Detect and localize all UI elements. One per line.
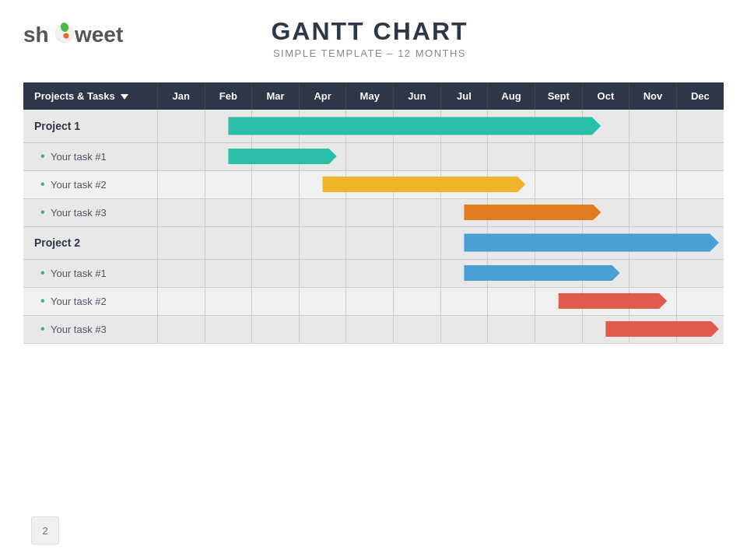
cell-row0-month11 [676,110,724,142]
cell-row1-month7 [488,142,535,170]
cell-row5-month2 [252,259,300,287]
task-bullet: • [40,322,45,335]
svg-point-4 [64,33,69,39]
cell-row4-month4 [346,226,394,259]
cell-row2-month9 [582,170,630,198]
cell-row0-month8 [535,110,582,142]
cell-row6-month0 [158,287,205,315]
svg-text:sh: sh [23,23,49,47]
cell-row3-month10 [630,198,677,226]
task-bullet: • [40,205,45,219]
month-header-dec: Dec [676,82,724,110]
cell-row5-month9 [582,259,630,287]
cell-row2-month7 [488,170,535,198]
cell-row2-month5 [394,170,441,198]
gantt-table: Projects & Tasks JanFebMarAprMayJunJulAu… [23,82,724,344]
cell-row7-month1 [205,315,252,343]
cell-row2-month6 [440,170,487,198]
cell-row6-month4 [346,287,394,315]
project-label: Project 2 [23,236,80,249]
cell-row6-month7 [488,287,535,315]
cell-row5-month10 [630,259,677,287]
cell-row6-month10 [630,287,677,315]
gantt-tbody: Project 1• Your task #1• Your task #2• Y… [23,110,724,343]
header: sh weet Gantt Chart Simple Template – 12… [0,0,747,59]
cell-row6-month1 [205,287,252,315]
task-label-cell: • Your task #3 [23,198,158,226]
footer: 2 [31,516,59,544]
cell-row1-month3 [299,142,346,170]
cell-row2-month10 [630,170,677,198]
cell-row7-month11 [676,315,724,343]
cell-row2-month11 [676,170,724,198]
table-row: • Your task #2 [23,287,724,315]
gantt-container: Projects & Tasks JanFebMarAprMayJunJulAu… [23,82,724,344]
table-row: • Your task #1 [23,259,724,287]
table-row: • Your task #3 [23,315,724,343]
cell-row5-month4 [346,259,394,287]
cell-row5-month6 [440,259,487,287]
cell-row4-month2 [252,226,300,259]
month-header-jun: Jun [394,82,441,110]
cell-row6-month5 [394,287,441,315]
month-header-feb: Feb [205,82,252,110]
cell-row3-month8 [535,198,582,226]
cell-row3-month6 [440,198,487,226]
cell-row3-month9 [582,198,630,226]
cell-row6-month8 [535,287,582,315]
task-label: • Your task #3 [23,324,107,335]
task-label-cell: • Your task #1 [23,142,158,170]
task-label-cell: • Your task #2 [23,287,158,315]
cell-row3-month2 [252,198,300,226]
cell-row7-month3 [299,315,346,343]
task-bullet: • [40,149,45,163]
sub-title: Simple Template – 12 Months [271,47,468,59]
cell-row5-month11 [676,259,724,287]
cell-row5-month5 [394,259,441,287]
task-label: • Your task #1 [23,151,107,163]
month-header-jul: Jul [440,82,487,110]
table-row: • Your task #1 [23,142,724,170]
cell-row2-month3 [299,170,346,198]
cell-row3-month11 [676,198,724,226]
month-header-may: May [346,82,394,110]
cell-row4-month7 [488,226,535,259]
logo-svg: sh weet [23,17,124,50]
svg-text:weet: weet [74,23,123,47]
task-label: • Your task #2 [23,296,107,307]
cell-row0-month5 [394,110,441,142]
cell-row7-month4 [346,315,394,343]
cell-row0-month4 [346,110,394,142]
cell-row1-month2 [252,142,300,170]
cell-row6-month3 [299,287,346,315]
project-label: Project 1 [23,120,80,132]
cell-row7-month7 [488,315,535,343]
table-row: • Your task #3 [23,198,724,226]
cell-row4-month11 [676,226,724,259]
month-header-sept: Sept [535,82,582,110]
cell-row0-month9 [582,110,630,142]
page-number: 2 [31,516,59,544]
cell-row1-month6 [440,142,487,170]
cell-row2-month4 [346,170,394,198]
cell-row7-month8 [535,315,582,343]
table-row: • Your task #2 [23,170,724,198]
month-header-oct: Oct [582,82,630,110]
cell-row7-month9 [582,315,630,343]
col-tasks-header[interactable]: Projects & Tasks [23,82,158,110]
cell-row0-month6 [440,110,487,142]
month-header-apr: Apr [299,82,346,110]
month-header-nov: Nov [630,82,677,110]
cell-row4-month3 [299,226,346,259]
cell-row4-month1 [205,226,252,259]
cell-row4-month5 [394,226,441,259]
project-label-cell: Project 2 [23,226,158,259]
cell-row1-month9 [582,142,630,170]
cell-row3-month5 [394,198,441,226]
task-bullet: • [40,177,45,191]
cell-row4-month6 [440,226,487,259]
cell-row0-month1 [205,110,252,142]
cell-row4-month10 [630,226,677,259]
cell-row7-month6 [440,315,487,343]
task-bullet: • [40,266,45,279]
